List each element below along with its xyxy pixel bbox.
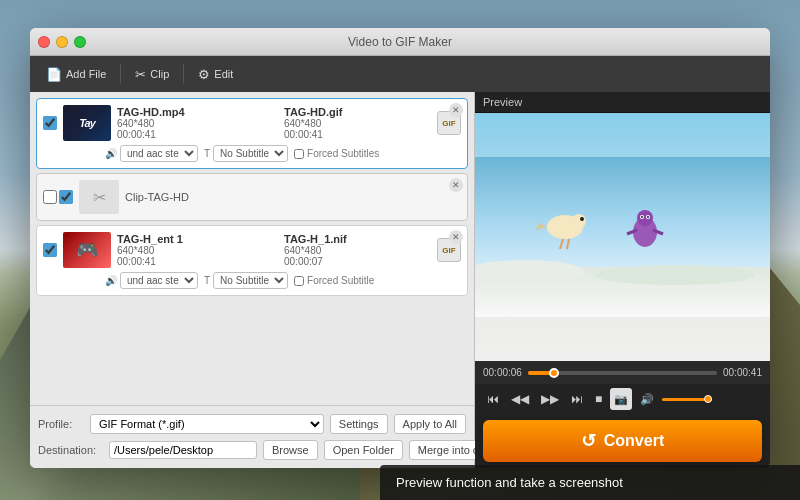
close-button[interactable] xyxy=(38,36,50,48)
file-item-2-forced: Forced Subtitle xyxy=(294,275,374,286)
file-item-2-subtitle: T No Subtitle xyxy=(204,272,288,289)
file-item-2-audio: 🔊 und aac ste xyxy=(105,272,198,289)
clip-button[interactable]: ✂ Clip xyxy=(127,64,177,85)
clip-thumbnail: ✂ xyxy=(79,180,119,214)
traffic-lights xyxy=(38,36,86,48)
destination-input[interactable] xyxy=(109,441,257,459)
file-item-2-close[interactable]: ✕ xyxy=(449,230,463,244)
convert-icon: ↺ xyxy=(581,430,596,452)
svg-rect-0 xyxy=(475,157,770,267)
file-item-2-subtitle-icon: T xyxy=(204,275,210,286)
destination-label: Destination: xyxy=(38,444,103,456)
convert-button[interactable]: ↺ Convert xyxy=(483,420,762,462)
screenshot-button[interactable]: 📷 xyxy=(610,388,632,410)
file-item-1-header: Tay TAG-HD.mp4 640*480 00:00:41 TAG-HD.g… xyxy=(43,105,461,141)
time-current: 00:00:06 xyxy=(483,367,522,378)
audio-icon: 🔊 xyxy=(105,148,117,159)
file-item-2-checkbox[interactable] xyxy=(43,243,57,257)
file-item-1: Tay TAG-HD.mp4 640*480 00:00:41 TAG-HD.g… xyxy=(36,98,468,169)
clip-name: Clip-TAG-HD xyxy=(125,191,189,203)
minimize-button[interactable] xyxy=(56,36,68,48)
destination-row: Destination: Browse Open Folder Merge in… xyxy=(38,440,466,460)
file-item-1-dst-col: TAG-HD.gif 640*480 00:00:41 xyxy=(284,106,431,140)
svg-point-3 xyxy=(595,265,755,285)
svg-point-6 xyxy=(580,217,584,221)
toolbar-sep-1 xyxy=(120,64,121,84)
file-item-2-thumbnail: 🎮 xyxy=(63,232,111,268)
time-total: 00:00:41 xyxy=(723,367,762,378)
svg-point-12 xyxy=(637,210,653,226)
file-item-2-src-dur: 00:00:41 xyxy=(117,256,264,267)
clip-checkboxes xyxy=(43,190,73,204)
file-item-1-checkbox[interactable] xyxy=(43,116,57,130)
player-controls: ⏮ ◀◀ ▶▶ ⏭ ■ 📷 🔊 xyxy=(475,384,770,414)
app-window: Video to GIF Maker 📄 Add File ✂ Clip ⚙ E… xyxy=(30,28,770,468)
profile-label: Profile: xyxy=(38,418,84,430)
skip-start-button[interactable]: ⏮ xyxy=(483,390,503,408)
toolbar-sep-2 xyxy=(183,64,184,84)
file-item-2-audio-select[interactable]: und aac ste xyxy=(120,272,198,289)
convert-section: ↺ Convert xyxy=(475,414,770,468)
add-file-button[interactable]: 📄 Add File xyxy=(38,64,114,85)
rewind-button[interactable]: ◀◀ xyxy=(507,390,533,408)
file-item-2: 🎮 TAG-H_ent 1 640*480 00:00:41 TAG-H_1.n… xyxy=(36,225,468,296)
file-item-1-audio-select[interactable]: und aac ste xyxy=(120,145,198,162)
skip-end-button[interactable]: ⏭ xyxy=(567,390,587,408)
gif-badge: GIF xyxy=(442,119,455,128)
main-content: Tay TAG-HD.mp4 640*480 00:00:41 TAG-HD.g… xyxy=(30,92,770,468)
volume-slider[interactable] xyxy=(662,398,712,401)
add-file-label: Add File xyxy=(66,68,106,80)
file-item-2-dst-col: TAG-H_1.nif 640*480 00:00:07 xyxy=(284,233,431,267)
file-item-1-dst-name: TAG-HD.gif xyxy=(284,106,431,118)
preview-scene xyxy=(475,113,770,361)
file-item-1-dst-dur: 00:00:41 xyxy=(284,129,431,140)
svg-point-15 xyxy=(641,216,643,218)
open-folder-button[interactable]: Open Folder xyxy=(324,440,403,460)
edit-label: Edit xyxy=(214,68,233,80)
file-item-1-audio: 🔊 und aac ste xyxy=(105,145,198,162)
file-item-2-forced-label: Forced Subtitle xyxy=(307,275,374,286)
browse-button[interactable]: Browse xyxy=(263,440,318,460)
file-item-2-dst-res: 640*480 xyxy=(284,245,431,256)
edit-button[interactable]: ⚙ Edit xyxy=(190,64,241,85)
file-item-2-thumb-img: 🎮 xyxy=(63,232,111,268)
clip-close[interactable]: ✕ xyxy=(449,178,463,192)
clip-checkbox-2[interactable] xyxy=(59,190,73,204)
file-item-1-src-col: TAG-HD.mp4 640*480 00:00:41 xyxy=(117,106,264,140)
edit-icon: ⚙ xyxy=(198,67,210,82)
profile-select[interactable]: GIF Format (*.gif) xyxy=(90,414,324,434)
file-item-1-dst-res: 640*480 xyxy=(284,118,431,129)
preview-video xyxy=(475,113,770,361)
file-item-1-src-dur: 00:00:41 xyxy=(117,129,264,140)
clip-item: ✂ Clip-TAG-HD ✕ xyxy=(36,173,468,221)
file-item-2-audio-icon: 🔊 xyxy=(105,275,117,286)
window-title: Video to GIF Maker xyxy=(348,35,452,49)
file-item-1-info: TAG-HD.mp4 640*480 00:00:41 TAG-HD.gif 6… xyxy=(117,106,431,140)
toolbar: 📄 Add File ✂ Clip ⚙ Edit xyxy=(30,56,770,92)
maximize-button[interactable] xyxy=(74,36,86,48)
preview-video-content xyxy=(475,113,770,361)
file-item-1-thumbnail: Tay xyxy=(63,105,111,141)
file-item-2-subtitle-select[interactable]: No Subtitle xyxy=(213,272,288,289)
stop-button[interactable]: ■ xyxy=(591,390,606,408)
file-item-2-dst-dur: 00:00:07 xyxy=(284,256,431,267)
file-list: Tay TAG-HD.mp4 640*480 00:00:41 TAG-HD.g… xyxy=(30,92,474,405)
progress-track[interactable] xyxy=(528,371,717,375)
file-item-1-forced-checkbox[interactable] xyxy=(294,149,304,159)
clip-icon: ✂ xyxy=(135,67,146,82)
clip-checkbox-1[interactable] xyxy=(43,190,57,204)
play-button[interactable]: ▶▶ xyxy=(537,390,563,408)
preview-label: Preview xyxy=(475,92,770,113)
add-file-icon: 📄 xyxy=(46,67,62,82)
file-item-1-subtitle-select[interactable]: No Subtitle xyxy=(213,145,288,162)
tooltip-text: Preview function and take a screenshot xyxy=(396,475,623,490)
file-item-1-close[interactable]: ✕ xyxy=(449,103,463,117)
file-item-1-src-name: TAG-HD.mp4 xyxy=(117,106,264,118)
apply-all-button[interactable]: Apply to All xyxy=(394,414,466,434)
file-item-1-options: 🔊 und aac ste T No Subtitle xyxy=(105,145,461,162)
title-bar: Video to GIF Maker xyxy=(30,28,770,56)
right-panel: Preview xyxy=(475,92,770,468)
file-item-2-forced-checkbox[interactable] xyxy=(294,276,304,286)
settings-button[interactable]: Settings xyxy=(330,414,388,434)
file-item-1-subtitle: T No Subtitle xyxy=(204,145,288,162)
